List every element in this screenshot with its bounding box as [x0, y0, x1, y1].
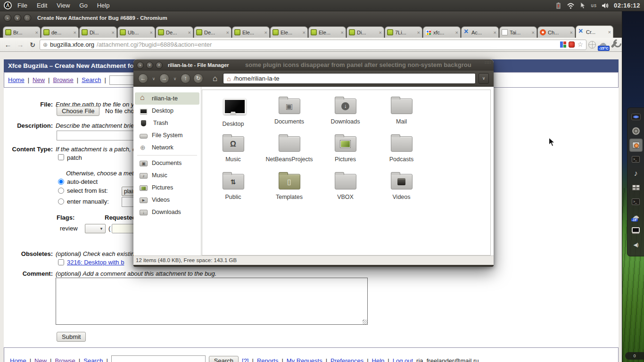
- extension-icon[interactable]: [569, 41, 575, 48]
- footer-link[interactable]: Help: [367, 357, 384, 362]
- tab-close-icon[interactable]: [570, 30, 573, 35]
- sidebar-item[interactable]: Trash: [135, 117, 199, 129]
- menubar-item[interactable]: File: [17, 2, 27, 9]
- review-flag-select[interactable]: [85, 224, 106, 233]
- wikipedia-extension-icon[interactable]: [588, 41, 596, 49]
- footer-search-button[interactable]: Search: [209, 356, 239, 362]
- path-bar[interactable]: /home/rilian-la-te: [223, 73, 476, 84]
- window-maximize-icon[interactable]: ∧: [156, 62, 163, 69]
- footer-link[interactable]: Home: [10, 357, 26, 362]
- folder-item[interactable]: Videos: [373, 170, 429, 208]
- footer-search-input[interactable]: [111, 355, 206, 362]
- panel-launcher[interactable]: -15°: [629, 209, 643, 222]
- url-bar[interactable]: ⊕ bugzilla.xfce.org /attachment.cgi?bugi…: [40, 40, 586, 50]
- choose-file-button[interactable]: Choose File: [57, 106, 99, 116]
- sidebar-item[interactable]: Music: [135, 169, 199, 181]
- forward-icon[interactable]: →: [15, 41, 25, 49]
- tab-close-icon[interactable]: [608, 29, 611, 35]
- folder-item[interactable]: Music: [205, 132, 261, 170]
- nav-link[interactable]: Home: [8, 76, 25, 83]
- weather-extension-icon[interactable]: -15°C: [598, 39, 609, 50]
- file-manager-titlebar[interactable]: × ∨ ∧ rilian-la-te - File Manager some p…: [133, 59, 494, 71]
- panel-launcher[interactable]: [629, 223, 643, 237]
- menubar-item[interactable]: Go: [79, 2, 87, 9]
- footer-link[interactable]: Search: [79, 357, 103, 362]
- panel-launcher[interactable]: [629, 139, 643, 152]
- submit-button[interactable]: Submit: [57, 332, 86, 342]
- panel-launcher[interactable]: [629, 238, 643, 251]
- browser-tab[interactable]: Ele...: [308, 26, 346, 38]
- autodetect-radio[interactable]: [58, 179, 64, 185]
- folder-item[interactable]: VBOX: [317, 170, 373, 208]
- footer-link[interactable]: Log out: [388, 357, 413, 362]
- folder-item[interactable]: Public: [205, 170, 261, 208]
- footer-link[interactable]: Preferences: [326, 357, 363, 362]
- footer-link[interactable]: My Requests: [281, 357, 322, 362]
- tab-close-icon[interactable]: [264, 30, 267, 35]
- browser-tab[interactable]: Ch...: [537, 26, 575, 38]
- panel-launcher[interactable]: [629, 110, 643, 123]
- back-history-chevron-icon[interactable]: [151, 76, 157, 81]
- comment-textarea[interactable]: [56, 278, 368, 325]
- sidebar-item[interactable]: Pictures: [135, 181, 199, 194]
- forward-history-chevron-icon[interactable]: [172, 76, 178, 81]
- sidebar-item[interactable]: Network: [135, 141, 199, 154]
- folder-item[interactable]: Desktop: [205, 95, 261, 132]
- panel-launcher[interactable]: [629, 124, 643, 138]
- footer-link[interactable]: [?]: [242, 357, 248, 362]
- footer-link[interactable]: New: [30, 357, 47, 362]
- back-icon[interactable]: ←: [138, 74, 148, 83]
- wifi-icon[interactable]: [567, 2, 575, 9]
- browser-tab[interactable]: Cr...: [576, 25, 613, 38]
- bookmark-star-icon[interactable]: [577, 41, 583, 48]
- sidebar-item[interactable]: File System: [135, 129, 199, 141]
- up-icon[interactable]: ↑: [181, 74, 190, 83]
- browser-tab[interactable]: Di...: [347, 26, 384, 38]
- sidebar-item[interactable]: Desktop: [135, 105, 199, 117]
- folder-item[interactable]: Podcasts: [373, 132, 429, 170]
- panel-launcher[interactable]: [629, 195, 643, 208]
- tab-close-icon[interactable]: [112, 30, 115, 35]
- window-close-icon[interactable]: ×: [4, 14, 11, 22]
- battery-icon[interactable]: [555, 2, 562, 9]
- refresh-icon[interactable]: ↻: [193, 74, 203, 83]
- window-minimize-icon[interactable]: ∨: [146, 62, 153, 69]
- tab-close-icon[interactable]: [303, 30, 305, 35]
- reload-icon[interactable]: ↻: [27, 41, 38, 49]
- window-close-icon[interactable]: ×: [137, 62, 144, 69]
- folder-item[interactable]: Templates: [261, 170, 317, 208]
- tab-close-icon[interactable]: [417, 30, 420, 35]
- tab-close-icon[interactable]: [188, 30, 191, 35]
- tab-close-icon[interactable]: [494, 30, 496, 35]
- tab-close-icon[interactable]: [226, 30, 229, 35]
- folder-item[interactable]: Mail: [373, 95, 429, 132]
- site-globe-icon[interactable]: ⊕: [43, 41, 48, 48]
- sidebar-item[interactable]: Documents: [135, 157, 199, 169]
- footer-link[interactable]: Browse: [50, 357, 75, 362]
- tab-close-icon[interactable]: [150, 30, 153, 35]
- window-maximize-icon[interactable]: □: [24, 14, 31, 22]
- menubar-item[interactable]: View: [57, 2, 70, 9]
- apps-grid-icon[interactable]: [560, 41, 566, 48]
- browser-tab[interactable]: xfc...: [423, 26, 461, 38]
- sidebar-item[interactable]: Downloads: [135, 206, 199, 218]
- folder-item[interactable]: Documents: [261, 95, 317, 132]
- folder-item[interactable]: Pictures: [317, 132, 373, 170]
- sidebar-item[interactable]: Videos: [135, 194, 199, 206]
- tab-close-icon[interactable]: [532, 30, 535, 35]
- panel-launcher[interactable]: [629, 167, 643, 180]
- obsolete-attachment-checkbox[interactable]: [58, 259, 64, 265]
- select-from-list-radio[interactable]: [58, 188, 64, 194]
- sidebar-item[interactable]: rilian-la-te: [135, 92, 199, 105]
- nav-link[interactable]: Browse: [48, 76, 74, 83]
- browser-tab[interactable]: de...: [41, 26, 79, 38]
- menubar-item[interactable]: Edit: [37, 2, 47, 9]
- clock[interactable]: 02:16:12: [614, 2, 640, 9]
- pointer-tray-icon[interactable]: [579, 2, 586, 9]
- enter-manually-radio[interactable]: [58, 198, 64, 205]
- icon-view[interactable]: Desktop Documents Downloads Mail Music: [202, 90, 491, 255]
- browser-tab[interactable]: De...: [156, 26, 193, 38]
- browser-tab[interactable]: Ub...: [117, 26, 155, 38]
- panel-launcher[interactable]: [629, 181, 643, 194]
- browser-tab[interactable]: De...: [194, 26, 231, 38]
